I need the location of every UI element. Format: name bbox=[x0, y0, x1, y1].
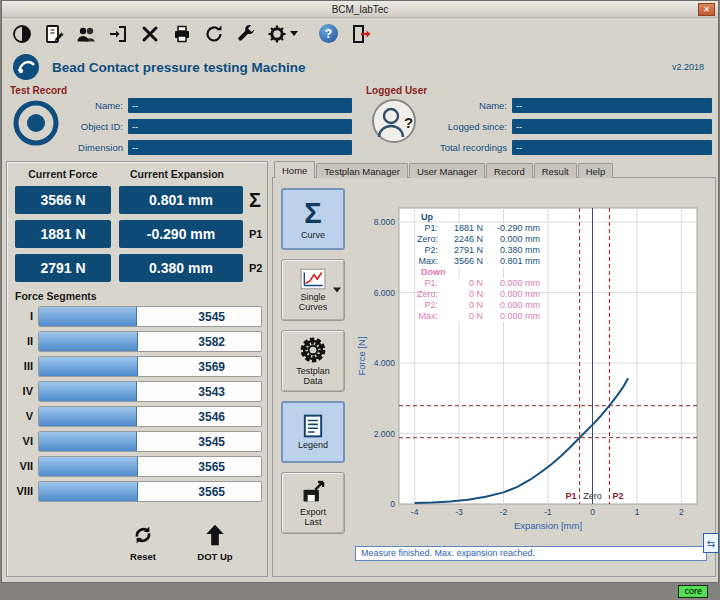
reset-button[interactable]: Reset bbox=[111, 514, 175, 570]
single-curves-button[interactable]: Single Curves bbox=[281, 259, 345, 321]
legend-row: Max:3566 N0.801 mm bbox=[411, 256, 540, 267]
sigma-icon: Σ bbox=[304, 198, 321, 228]
segment-gauge: 3545 bbox=[38, 306, 262, 327]
segment-bar bbox=[39, 357, 138, 376]
segment-row: I 3545 bbox=[7, 306, 267, 327]
settings-button[interactable] bbox=[264, 20, 300, 47]
exit-button[interactable] bbox=[347, 20, 374, 47]
reset-icon bbox=[131, 523, 155, 547]
legend-row-label: P1: bbox=[411, 223, 438, 234]
legend-row: P1:1881 N-0.290 mm bbox=[411, 223, 540, 234]
legend-row-exp: 0.380 mm bbox=[486, 245, 540, 256]
segment-value: 3545 bbox=[198, 435, 225, 449]
tab-testplan-manager[interactable]: Testplan Manager bbox=[316, 163, 408, 178]
field-label: Total recordings bbox=[426, 142, 512, 153]
segment-bar bbox=[39, 407, 137, 426]
curve-button-label: Curve bbox=[301, 230, 325, 240]
svg-text:1: 1 bbox=[635, 507, 640, 517]
users-button[interactable] bbox=[72, 20, 99, 47]
refresh-icon bbox=[203, 23, 225, 45]
measurement-row: 1881 N -0.290 mm P1 bbox=[15, 220, 263, 248]
app-logo-icon bbox=[12, 53, 40, 81]
field-row: Total recordings -- bbox=[426, 140, 712, 155]
segment-numeral: III bbox=[7, 360, 33, 372]
segment-value: 3545 bbox=[198, 310, 225, 324]
legend-row-force: 3566 N bbox=[441, 256, 483, 267]
users-icon bbox=[75, 23, 97, 45]
force-value: 3566 N bbox=[15, 186, 111, 214]
measurement-row: 3566 N 0.801 mm Σ bbox=[15, 186, 263, 214]
refresh-button[interactable] bbox=[200, 20, 227, 47]
export-last-button[interactable]: Export Last bbox=[281, 472, 345, 534]
logged-since-field: -- bbox=[512, 119, 712, 134]
segment-numeral: VI bbox=[7, 435, 33, 447]
legend-row-force: 2791 N bbox=[441, 245, 483, 256]
logged-user-label: Logged User bbox=[366, 85, 427, 96]
measurement-row: 2791 N 0.380 mm P2 bbox=[15, 254, 263, 282]
segment-gauge: 3546 bbox=[38, 406, 262, 427]
dot-up-button[interactable]: DOT Up bbox=[183, 514, 247, 570]
expansion-value: 0.801 mm bbox=[119, 186, 243, 214]
main-panel: Home Testplan Manager User Manager Recor… bbox=[272, 161, 716, 577]
legend-button[interactable]: Legend bbox=[281, 401, 345, 463]
svg-text:Force [N]: Force [N] bbox=[356, 336, 367, 375]
help-button[interactable]: ? bbox=[315, 20, 342, 47]
segment-gauge: 3565 bbox=[38, 481, 262, 502]
segment-value: 3543 bbox=[198, 385, 225, 399]
info-section: Test Record Name: -- Object ID: -- Dimen… bbox=[2, 85, 718, 161]
app-title: Bead Contact pressure testing Machine bbox=[52, 60, 306, 75]
record-button[interactable] bbox=[8, 20, 35, 47]
sigma-tag: Σ bbox=[249, 189, 261, 212]
testplan-data-icon bbox=[299, 336, 327, 364]
total-recordings-field: -- bbox=[512, 140, 712, 155]
tab-home[interactable]: Home bbox=[274, 161, 315, 178]
tools-button[interactable] bbox=[232, 20, 259, 47]
field-label: Logged since: bbox=[426, 121, 512, 132]
legend-row: Zero:2246 N0.000 mm bbox=[411, 234, 540, 245]
segment-value: 3565 bbox=[198, 485, 225, 499]
field-row: Logged since: -- bbox=[426, 119, 712, 134]
tab-result[interactable]: Result bbox=[534, 163, 577, 178]
segment-numeral: IV bbox=[7, 385, 33, 397]
p1-tag: P1 bbox=[249, 228, 262, 240]
segment-bar bbox=[39, 432, 137, 451]
shortcut-icon[interactable]: ⇆ bbox=[703, 533, 719, 553]
sign-in-button[interactable] bbox=[104, 20, 131, 47]
legend-row: P2:0 N0.000 mm bbox=[411, 300, 540, 311]
test-record-icon bbox=[12, 99, 60, 147]
dropdown-arrow-icon[interactable] bbox=[333, 288, 341, 293]
delete-icon bbox=[139, 23, 161, 45]
measurement-rows: 3566 N 0.801 mm Σ 1881 N -0.290 mm P1 27… bbox=[15, 186, 263, 288]
segment-numeral: VIII bbox=[7, 485, 33, 497]
tab-record[interactable]: Record bbox=[486, 163, 533, 178]
testplan-data-button[interactable]: Testplan Data bbox=[281, 330, 345, 392]
close-button[interactable]: ✕ bbox=[698, 3, 715, 16]
gear-icon bbox=[266, 23, 288, 45]
test-record-label: Test Record bbox=[10, 85, 67, 96]
segment-row: V 3546 bbox=[7, 406, 267, 427]
delete-button[interactable] bbox=[136, 20, 163, 47]
core-badge[interactable]: core bbox=[678, 585, 708, 598]
field-label: Dimension bbox=[64, 142, 128, 153]
export-icon bbox=[300, 479, 326, 505]
print-button[interactable] bbox=[168, 20, 195, 47]
segment-gauge: 3543 bbox=[38, 381, 262, 402]
dimension-field: -- bbox=[128, 140, 352, 155]
tab-help[interactable]: Help bbox=[578, 163, 614, 178]
legend-row: Zero:0 N0.000 mm bbox=[411, 289, 540, 300]
legend-row-exp: -0.290 mm bbox=[486, 223, 540, 234]
segment-bar bbox=[39, 332, 138, 351]
legend-row-label: P2: bbox=[411, 245, 438, 256]
tab-user-manager[interactable]: User Manager bbox=[409, 163, 485, 178]
legend-row-force: 0 N bbox=[441, 289, 483, 300]
help-icon: ? bbox=[319, 24, 338, 43]
curve-button[interactable]: Σ Curve bbox=[281, 188, 345, 250]
dot-up-label: DOT Up bbox=[197, 551, 232, 562]
measurement-panel: Current Force Current Expansion 3566 N 0… bbox=[6, 161, 268, 577]
new-record-button[interactable] bbox=[40, 20, 67, 47]
wrench-icon bbox=[235, 23, 257, 45]
svg-text:2: 2 bbox=[679, 507, 684, 517]
legend-row: Max:0 N0.000 mm bbox=[411, 311, 540, 322]
segment-row: VI 3545 bbox=[7, 431, 267, 452]
legend-row-force: 1881 N bbox=[441, 223, 483, 234]
